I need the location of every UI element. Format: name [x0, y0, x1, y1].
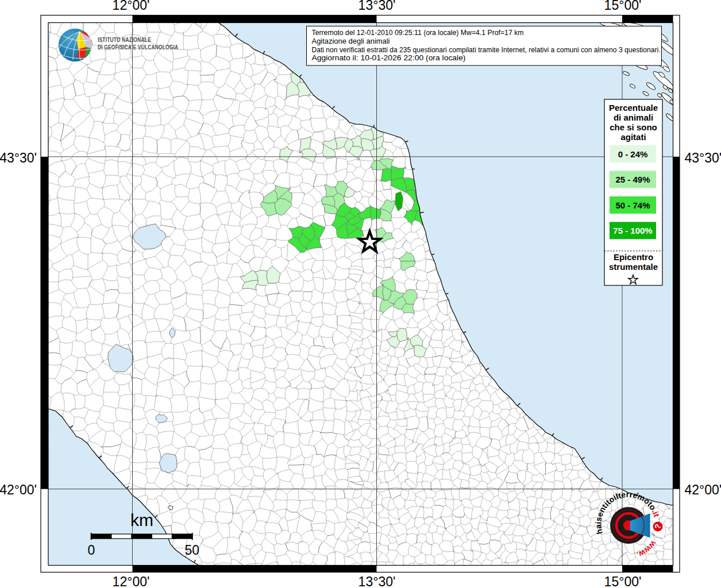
svg-text:13°30': 13°30' [358, 0, 396, 13]
svg-text:Epicentro: Epicentro [614, 252, 653, 262]
svg-text:15°00': 15°00' [604, 0, 642, 13]
svg-text:Terremoto del 12-01-2010 09:25: Terremoto del 12-01-2010 09:25:11 (ora l… [312, 28, 524, 37]
svg-text:15°00': 15°00' [604, 574, 642, 588]
svg-text:strumentale: strumentale [609, 262, 658, 272]
svg-text:0: 0 [88, 543, 95, 558]
svg-text:50 - 74%: 50 - 74% [615, 200, 650, 210]
svg-text:43°30': 43°30' [0, 150, 37, 165]
svg-text:km: km [130, 510, 153, 529]
svg-text:25 - 49%: 25 - 49% [615, 175, 650, 184]
svg-text:che si sono: che si sono [610, 122, 657, 132]
svg-text:DI GEOFISICA E VULCANOLOGIA: DI GEOFISICA E VULCANOLOGIA [98, 44, 178, 51]
svg-text:0 - 24%: 0 - 24% [618, 149, 648, 159]
svg-text:13°30': 13°30' [358, 574, 396, 588]
svg-text:agitati: agitati [620, 132, 646, 142]
svg-text:42°00': 42°00' [685, 482, 721, 497]
svg-text:50: 50 [185, 543, 200, 558]
svg-text:12°00': 12°00' [113, 574, 150, 588]
svg-text:12°00': 12°00' [113, 0, 150, 13]
svg-text:43°30': 43°30' [685, 150, 721, 165]
svg-text:Percentuale: Percentuale [609, 103, 658, 113]
svg-text:Dati non verificati estratti d: Dati non verificati estratti da 235 ques… [312, 45, 661, 54]
svg-text:Agitazione degli animali: Agitazione degli animali [312, 37, 390, 45]
svg-text:42°00': 42°00' [0, 482, 37, 497]
svg-text:ISTITUTO NAZIONALE: ISTITUTO NAZIONALE [98, 36, 151, 43]
svg-text:Aggiornato il: 10-01-2026 22:0: Aggiornato il: 10-01-2026 22:00 (ora loc… [312, 53, 466, 62]
svg-text:75 - 100%: 75 - 100% [613, 226, 652, 235]
svg-text:di animali: di animali [614, 113, 653, 122]
